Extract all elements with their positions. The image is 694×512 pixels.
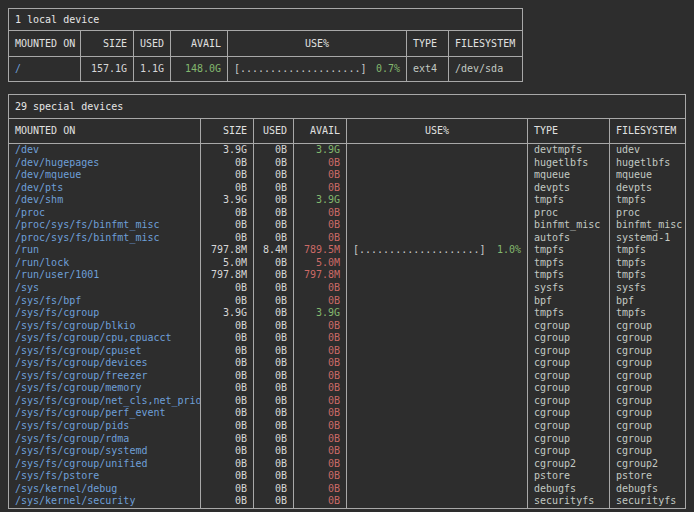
fs-row: /sys/fs/cgroup/cpu,cpuacct 0B 0B 0B cgro…: [9, 332, 685, 345]
type-cell: cgroup: [528, 445, 610, 458]
fs-row: /dev/shm 3.9G 0B 3.9G tmpfs tmpfs: [9, 194, 685, 207]
filesystem-cell: cgroup: [610, 395, 685, 408]
avail-cell: 5.0M: [294, 257, 347, 270]
used-cell: 0B: [254, 169, 294, 182]
type-cell: autofs: [528, 232, 610, 245]
type-cell: cgroup: [528, 407, 610, 420]
type-cell: cgroup2: [528, 458, 610, 471]
type-cell: hugetlbfs: [528, 157, 610, 170]
col-header-filesystem: FILESYSTEM: [610, 119, 685, 143]
avail-cell: 0B: [294, 382, 347, 395]
used-cell: 0B: [254, 433, 294, 446]
filesystem-cell: cgroup: [610, 332, 685, 345]
use-percent-cell: [347, 144, 528, 157]
col-header-avail: AVAIL: [171, 31, 228, 56]
used-cell: 8.4M: [254, 244, 294, 257]
type-cell: cgroup: [528, 320, 610, 333]
mount-point-cell: /: [9, 57, 81, 81]
avail-cell: 0B: [294, 407, 347, 420]
type-cell: tmpfs: [528, 307, 610, 320]
filesystem-cell: tmpfs: [610, 194, 685, 207]
filesystem-cell: cgroup: [610, 370, 685, 383]
used-cell: 0B: [254, 207, 294, 220]
used-cell: 0B: [254, 157, 294, 170]
size-cell: 0B: [201, 232, 254, 245]
mount-point-cell: /sys/kernel/security: [9, 495, 201, 508]
size-cell: 0B: [201, 370, 254, 383]
size-cell: 797.8M: [201, 244, 254, 257]
special-devices-header-row: MOUNTED ON SIZE USED AVAIL USE% TYPE FIL…: [9, 119, 685, 144]
use-percent-cell: [....................] 0.7%: [228, 57, 407, 81]
col-header-used: USED: [134, 31, 171, 56]
fs-row: /run/user/1001 797.8M 0B 797.8M tmpfs tm…: [9, 269, 685, 282]
filesystem-cell: tmpfs: [610, 257, 685, 270]
use-percent-cell: [347, 370, 528, 383]
mount-point-cell: /sys/fs/cgroup/devices: [9, 357, 201, 370]
filesystem-cell: pstore: [610, 470, 685, 483]
use-percent-cell: [347, 157, 528, 170]
type-cell: cgroup: [528, 332, 610, 345]
use-percent-cell: [347, 257, 528, 270]
col-header-filesystem: FILESYSTEM: [449, 31, 522, 56]
mount-point-cell: /sys/fs/cgroup/cpu,cpuacct: [9, 332, 201, 345]
type-cell: cgroup: [528, 382, 610, 395]
avail-cell: 0B: [294, 458, 347, 471]
type-cell: devpts: [528, 182, 610, 195]
fs-row: /sys/fs/cgroup 3.9G 0B 3.9G tmpfs tmpfs: [9, 307, 685, 320]
filesystem-cell: debugfs: [610, 483, 685, 496]
filesystem-cell: cgroup: [610, 382, 685, 395]
size-cell: 3.9G: [201, 307, 254, 320]
mount-point-cell: /dev/mqueue: [9, 169, 201, 182]
fs-row: /sys/fs/cgroup/devices 0B 0B 0B cgroup c…: [9, 357, 685, 370]
type-cell: mqueue: [528, 169, 610, 182]
use-percent-cell: [....................] 1.0%: [347, 244, 528, 257]
used-cell: 0B: [254, 420, 294, 433]
avail-cell: 0B: [294, 295, 347, 308]
col-header-avail: AVAIL: [294, 119, 347, 143]
mount-point-cell: /sys/fs/cgroup/memory: [9, 382, 201, 395]
fs-row: /sys/fs/cgroup/net_cls,net_prio 0B 0B 0B…: [9, 395, 685, 408]
special-devices-table: 29 special devices MOUNTED ON SIZE USED …: [8, 94, 686, 509]
use-percent-cell: [347, 307, 528, 320]
filesystem-cell: cgroup2: [610, 458, 685, 471]
used-cell: 0B: [254, 407, 294, 420]
size-cell: 0B: [201, 182, 254, 195]
filesystem-cell: cgroup: [610, 433, 685, 446]
filesystem-cell: proc: [610, 207, 685, 220]
col-header-mounted-on: MOUNTED ON: [9, 119, 201, 143]
fs-row: /sys/fs/cgroup/memory 0B 0B 0B cgroup cg…: [9, 382, 685, 395]
col-header-size: SIZE: [81, 31, 134, 56]
type-cell: tmpfs: [528, 194, 610, 207]
type-cell: cgroup: [528, 357, 610, 370]
use-percent-cell: [347, 420, 528, 433]
used-cell: 0B: [254, 458, 294, 471]
fs-row: /sys/fs/cgroup/pids 0B 0B 0B cgroup cgro…: [9, 420, 685, 433]
avail-cell: 0B: [294, 219, 347, 232]
use-percent-cell: [347, 483, 528, 496]
col-header-type: TYPE: [528, 119, 610, 143]
size-cell: 0B: [201, 445, 254, 458]
used-cell: 0B: [254, 219, 294, 232]
avail-cell: 797.8M: [294, 269, 347, 282]
used-cell: 0B: [254, 395, 294, 408]
fs-row: /run 797.8M 8.4M 789.5M [...............…: [9, 244, 685, 257]
use-percent-cell: [347, 295, 528, 308]
col-header-type: TYPE: [407, 31, 449, 56]
use-percent-cell: [347, 332, 528, 345]
used-cell: 0B: [254, 357, 294, 370]
used-cell: 0B: [254, 194, 294, 207]
fs-row: /sys/fs/cgroup/cpuset 0B 0B 0B cgroup cg…: [9, 345, 685, 358]
type-cell: cgroup: [528, 433, 610, 446]
usage-bar: [....................]: [234, 57, 366, 81]
mount-point-cell: /run/lock: [9, 257, 201, 270]
size-cell: 0B: [201, 207, 254, 220]
used-cell: 0B: [254, 483, 294, 496]
filesystem-cell: udev: [610, 144, 685, 157]
size-cell: 0B: [201, 395, 254, 408]
size-cell: 0B: [201, 169, 254, 182]
use-percent-cell: [347, 445, 528, 458]
type-cell: bpf: [528, 295, 610, 308]
avail-cell: 0B: [294, 169, 347, 182]
type-cell: devtmpfs: [528, 144, 610, 157]
mount-point-cell: /run: [9, 244, 201, 257]
